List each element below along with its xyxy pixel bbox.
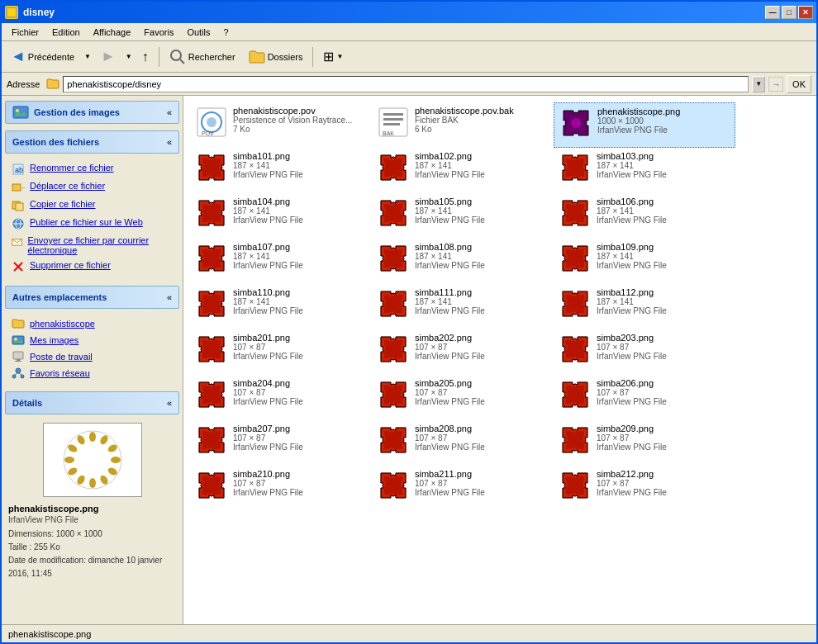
- file-info: simba104.png 187 × 141 IrfanView PNG Fil…: [233, 197, 367, 225]
- file-info: simba112.png 187 × 141 IrfanView PNG Fil…: [597, 287, 730, 315]
- file-item[interactable]: simba103.png 187 × 141 IrfanView PNG Fil…: [554, 148, 735, 193]
- file-thumb: [377, 378, 410, 411]
- close-button[interactable]: ✕: [798, 6, 813, 19]
- action-copy[interactable]: Copier ce fichier: [8, 197, 176, 215]
- action-email[interactable]: Envoyer ce fichier par courrier électron…: [8, 233, 176, 258]
- back-button[interactable]: ◄ Précédente: [5, 45, 80, 69]
- file-item[interactable]: simba101.png 187 × 141 IrfanView PNG Fil…: [190, 148, 372, 193]
- file-item[interactable]: simba105.png 187 × 141 IrfanView PNG Fil…: [372, 193, 554, 239]
- menu-favoris[interactable]: Favoris: [137, 26, 180, 39]
- file-item[interactable]: BAK phenakistiscope.pov.bak Fichier BAK …: [372, 102, 554, 148]
- address-input[interactable]: [63, 76, 749, 92]
- svg-point-40: [64, 457, 74, 463]
- maximize-button[interactable]: □: [782, 6, 797, 19]
- menu-outils[interactable]: Outils: [180, 26, 216, 39]
- menu-fichier[interactable]: Fichier: [5, 26, 45, 39]
- file-thumb: [559, 107, 592, 140]
- file-detail-1: 107 × 87: [597, 479, 730, 488]
- file-item[interactable]: simba206.png 107 × 87 IrfanView PNG File: [554, 375, 735, 420]
- panel-autres-emplacements-header[interactable]: Autres emplacements «: [5, 286, 179, 309]
- forward-icon: ►: [101, 48, 116, 65]
- back-dropdown[interactable]: ▼: [82, 45, 93, 69]
- details-thumbnail: [43, 423, 142, 497]
- status-text: phenakistiscope.png: [8, 629, 91, 639]
- action-web[interactable]: Publier ce fichier sur le Web: [8, 215, 176, 233]
- panel-gestion-fichiers: Gestion des fichiers « ab Renommer ce fi…: [2, 130, 183, 279]
- panel-gestion-images-header[interactable]: Gestion des images «: [5, 101, 179, 124]
- file-name: simba206.png: [597, 378, 730, 388]
- file-info: simba102.png 187 × 141 IrfanView PNG Fil…: [415, 151, 549, 179]
- file-info: phenakistiscope.png 1000 × 1000 IrfanVie…: [597, 107, 730, 135]
- file-detail-1: 187 × 141: [597, 252, 730, 261]
- folders-button[interactable]: Dossiers: [243, 45, 309, 69]
- file-name: simba210.png: [233, 469, 367, 479]
- panel-details-header[interactable]: Détails «: [5, 391, 179, 414]
- file-item[interactable]: simba202.png 107 × 87 IrfanView PNG File: [372, 329, 554, 375]
- file-item[interactable]: simba111.png 187 × 141 IrfanView PNG Fil…: [372, 284, 554, 329]
- action-move[interactable]: → Déplacer ce fichier: [8, 178, 176, 197]
- file-item[interactable]: simba104.png 187 × 141 IrfanView PNG Fil…: [190, 193, 372, 239]
- file-item[interactable]: phenakistiscope.png 1000 × 1000 IrfanVie…: [554, 102, 735, 148]
- separator-1: [159, 47, 159, 67]
- file-item[interactable]: simba208.png 107 × 87 IrfanView PNG File: [372, 420, 554, 466]
- svg-rect-22: [13, 352, 23, 359]
- file-detail-1: 107 × 87: [415, 343, 549, 352]
- file-item[interactable]: simba212.png 107 × 87 IrfanView PNG File: [554, 466, 735, 511]
- file-item[interactable]: simba102.png 187 × 141 IrfanView PNG Fil…: [372, 148, 554, 193]
- file-item[interactable]: POV phenakistiscope.pov Persistence of V…: [190, 102, 372, 148]
- go-button[interactable]: OK: [787, 75, 811, 93]
- svg-text:BAK: BAK: [383, 130, 394, 136]
- file-item[interactable]: simba201.png 107 × 87 IrfanView PNG File: [190, 329, 372, 375]
- forward-dropdown[interactable]: ▼: [123, 45, 135, 69]
- file-item[interactable]: simba205.png 107 × 87 IrfanView PNG File: [372, 375, 554, 420]
- svg-point-26: [12, 375, 16, 378]
- file-thumb: [559, 151, 592, 184]
- address-label: Adresse: [7, 79, 43, 89]
- file-thumb: [377, 242, 410, 275]
- link-mes-images[interactable]: Mes images: [8, 332, 176, 348]
- file-info: simba202.png 107 × 87 IrfanView PNG File: [415, 333, 549, 361]
- action-delete[interactable]: Supprimer ce fichier: [8, 258, 176, 276]
- file-item[interactable]: simba108.png 187 × 141 IrfanView PNG Fil…: [372, 239, 554, 284]
- main-content: Gestion des images « Gestion des fichier…: [2, 96, 816, 624]
- file-item[interactable]: simba203.png 107 × 87 IrfanView PNG File: [554, 329, 735, 375]
- file-detail-1: 187 × 141: [597, 297, 730, 306]
- file-item[interactable]: simba109.png 187 × 141 IrfanView PNG Fil…: [554, 239, 735, 284]
- menu-bar: Fichier Edition Affichage Favoris Outils…: [2, 23, 816, 41]
- panel-gestion-fichiers-header[interactable]: Gestion des fichiers «: [5, 130, 179, 154]
- up-button[interactable]: ↑: [136, 45, 155, 69]
- file-detail-1: Fichier BAK: [415, 116, 549, 125]
- minimize-button[interactable]: —: [765, 6, 780, 19]
- file-item[interactable]: simba204.png 107 × 87 IrfanView PNG File: [190, 375, 372, 420]
- forward-button[interactable]: ►: [95, 45, 121, 69]
- file-item[interactable]: simba106.png 187 × 141 IrfanView PNG Fil…: [554, 193, 735, 239]
- link-poste-de-travail[interactable]: Poste de travail: [8, 348, 176, 365]
- file-info: simba107.png 187 × 141 IrfanView PNG Fil…: [233, 242, 367, 270]
- views-button[interactable]: ⊞ ▼: [317, 45, 349, 69]
- file-detail-1: 107 × 87: [415, 433, 549, 443]
- link-favoris-reseau[interactable]: Favoris réseau: [8, 365, 176, 381]
- file-item[interactable]: simba211.png 107 × 87 IrfanView PNG File: [372, 466, 554, 511]
- file-info: simba210.png 107 × 87 IrfanView PNG File: [233, 469, 367, 497]
- svg-point-34: [111, 457, 121, 463]
- file-item[interactable]: simba207.png 107 × 87 IrfanView PNG File: [190, 420, 372, 466]
- file-detail-1: 107 × 87: [597, 433, 730, 443]
- back-icon: ◄: [11, 48, 26, 65]
- address-bar: Adresse ▼ → OK: [2, 73, 816, 96]
- menu-edition[interactable]: Edition: [45, 26, 87, 39]
- delete-icon: [12, 260, 25, 273]
- file-item[interactable]: simba112.png 187 × 141 IrfanView PNG Fil…: [554, 284, 735, 329]
- window-icon: [5, 6, 18, 19]
- menu-help[interactable]: ?: [217, 26, 235, 39]
- file-item[interactable]: simba210.png 107 × 87 IrfanView PNG File: [190, 466, 372, 511]
- svg-line-28: [14, 373, 18, 375]
- link-phenakistiscope[interactable]: phenakistiscope: [8, 315, 176, 332]
- file-item[interactable]: simba209.png 107 × 87 IrfanView PNG File: [554, 420, 735, 466]
- file-item[interactable]: simba107.png 187 × 141 IrfanView PNG Fil…: [190, 239, 372, 284]
- action-rename[interactable]: ab Renommer ce fichier: [8, 160, 176, 178]
- file-name: simba204.png: [233, 378, 367, 388]
- file-item[interactable]: simba110.png 187 × 141 IrfanView PNG Fil…: [190, 284, 372, 329]
- menu-affichage[interactable]: Affichage: [87, 26, 138, 39]
- search-button[interactable]: Rechercher: [164, 45, 241, 69]
- address-dropdown[interactable]: ▼: [752, 76, 765, 92]
